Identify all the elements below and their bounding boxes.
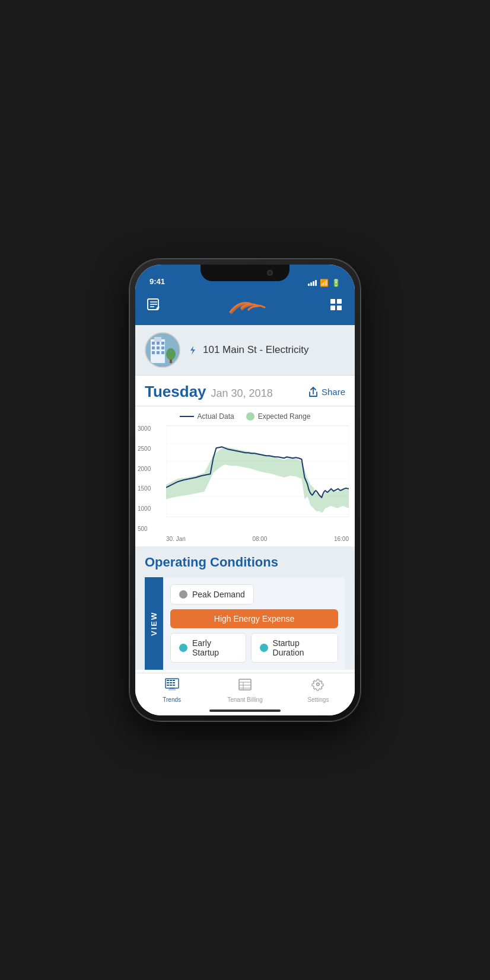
actual-line-legend (180, 416, 194, 417)
tab-tenant-billing[interactable]: Tenant Billing (208, 678, 281, 703)
trends-label: Trends (163, 696, 181, 703)
early-startup-pill[interactable]: Early Startup (170, 633, 246, 663)
building-title: 101 Main St - Electricity (203, 344, 309, 356)
legend-actual: Actual Data (180, 412, 234, 421)
early-startup-label: Early Startup (192, 638, 237, 657)
status-time: 9:41 (149, 277, 165, 287)
legend-expected: Expected Range (246, 412, 311, 421)
svg-rect-19 (161, 351, 164, 354)
edit-icon[interactable] (146, 297, 161, 316)
peak-demand-pill[interactable]: Peak Demand (170, 584, 254, 604)
building-row[interactable]: 101 Main St - Electricity (135, 325, 355, 376)
notch (201, 265, 289, 281)
signal-icon (308, 280, 317, 286)
expected-circle-legend (246, 412, 254, 421)
day-name: Tuesday (145, 383, 206, 401)
tab-settings[interactable]: Settings (282, 678, 355, 703)
pill-row-2: High Energy Expense (170, 609, 338, 628)
svg-rect-4 (330, 299, 335, 304)
phone-frame: 9:41 📶 🔋 (129, 259, 361, 721)
status-icons: 📶 🔋 (308, 279, 341, 287)
tenant-billing-icon (238, 678, 252, 695)
svg-rect-10 (154, 337, 161, 342)
svg-rect-31 (170, 680, 172, 681)
home-indicator (209, 709, 281, 712)
svg-point-20 (166, 348, 176, 360)
svg-rect-6 (330, 306, 335, 310)
lightning-icon (187, 345, 198, 355)
tenant-billing-label: Tenant Billing (227, 696, 262, 703)
svg-rect-7 (337, 306, 342, 310)
svg-rect-38 (173, 685, 175, 686)
peak-demand-label: Peak Demand (192, 590, 245, 599)
startup-duration-label: Startup Duration (273, 638, 329, 657)
svg-rect-33 (167, 682, 169, 683)
startup-duration-dot (260, 644, 268, 652)
building-avatar (145, 332, 180, 368)
svg-rect-14 (152, 346, 155, 349)
svg-rect-32 (173, 680, 175, 681)
operating-conditions: Operating Conditions VIEW Peak Demand H (135, 546, 355, 670)
trends-icon (165, 678, 179, 695)
settings-label: Settings (307, 696, 329, 703)
conditions-title: Operating Conditions (145, 555, 345, 570)
peak-demand-dot (179, 590, 187, 599)
pill-row-3: Early Startup Startup Duration (170, 633, 338, 663)
svg-rect-18 (157, 351, 160, 354)
chart-svg (166, 425, 349, 532)
tab-trends[interactable]: Trends (135, 678, 208, 703)
svg-rect-16 (161, 346, 164, 349)
camera (267, 270, 273, 276)
legend-expected-label: Expected Range (258, 412, 311, 421)
svg-rect-36 (167, 685, 169, 686)
early-startup-dot (179, 644, 187, 652)
svg-rect-37 (170, 685, 172, 686)
date-left: Tuesday Jan 30, 2018 (145, 383, 273, 401)
high-energy-pill[interactable]: High Energy Expense (170, 609, 338, 628)
svg-rect-15 (157, 346, 160, 349)
pill-row-1: Peak Demand (170, 584, 338, 604)
svg-rect-11 (152, 342, 155, 345)
battery-icon: 🔋 (332, 279, 341, 287)
chart-legend: Actual Data Expected Range (135, 412, 355, 425)
settings-icon (311, 678, 325, 695)
wifi-icon: 📶 (320, 279, 329, 287)
view-tab[interactable]: VIEW (145, 577, 163, 670)
date-text: Jan 30, 2018 (211, 387, 273, 400)
svg-rect-12 (157, 342, 160, 345)
legend-actual-label: Actual Data (198, 412, 234, 421)
svg-rect-21 (170, 359, 172, 363)
svg-rect-13 (161, 342, 164, 345)
x-axis: 30. Jan 08:00 16:00 (166, 534, 349, 542)
chart-container: 3000 2500 2000 1500 1000 500 (135, 425, 355, 544)
startup-duration-pill[interactable]: Startup Duration (251, 633, 338, 663)
grid-icon[interactable] (329, 297, 344, 316)
phone-screen: 9:41 📶 🔋 (135, 265, 355, 715)
svg-rect-35 (173, 682, 175, 683)
high-energy-label: High Energy Expense (214, 614, 294, 623)
share-button[interactable]: Share (308, 386, 345, 398)
chart-section: Actual Data Expected Range 3000 2500 200… (135, 406, 355, 546)
svg-rect-40 (168, 689, 176, 691)
app-header (135, 291, 355, 325)
svg-rect-30 (167, 680, 169, 681)
svg-rect-17 (152, 351, 155, 354)
svg-rect-34 (170, 682, 172, 683)
share-label: Share (322, 387, 345, 397)
conditions-body: VIEW Peak Demand High Energy Expense (145, 577, 345, 670)
building-info: 101 Main St - Electricity (187, 344, 309, 356)
y-axis: 3000 2500 2000 1500 1000 500 (138, 425, 151, 532)
date-section: Tuesday Jan 30, 2018 Share (135, 376, 355, 406)
conditions-pills: Peak Demand High Energy Expense Early S (163, 577, 345, 670)
app-logo (218, 295, 272, 318)
svg-rect-5 (337, 299, 342, 304)
